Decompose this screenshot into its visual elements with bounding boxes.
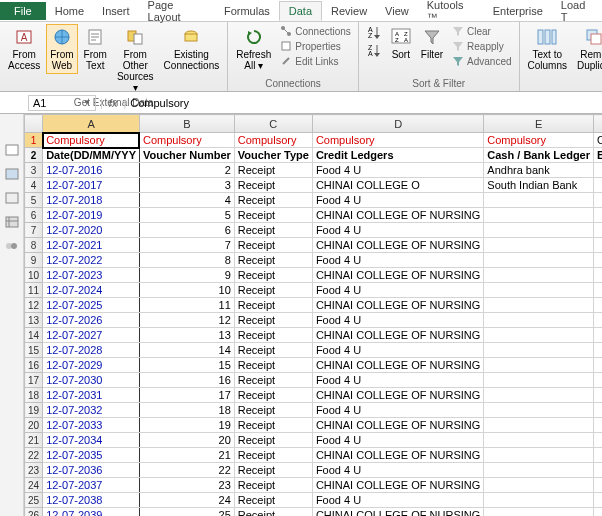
cell[interactable]: Food 4 U bbox=[312, 463, 483, 478]
cell[interactable] bbox=[484, 433, 594, 448]
cell[interactable]: CHINAI COLLEGE OF NURSING bbox=[312, 268, 483, 283]
row-header[interactable]: 20 bbox=[25, 418, 43, 433]
cell[interactable]: South Indian Bank bbox=[484, 178, 594, 193]
cell[interactable] bbox=[594, 388, 602, 403]
cell[interactable]: 12-07-2018 bbox=[43, 193, 140, 208]
cell[interactable]: CHINAI COLLEGE OF NURSING bbox=[312, 388, 483, 403]
cell[interactable] bbox=[594, 493, 602, 508]
cell[interactable]: Receipt bbox=[234, 193, 312, 208]
cell[interactable]: Compulsory bbox=[484, 133, 594, 148]
cell[interactable]: 12-07-2024 bbox=[43, 283, 140, 298]
row-header[interactable]: 18 bbox=[25, 388, 43, 403]
cell[interactable] bbox=[594, 448, 602, 463]
row-header[interactable]: 15 bbox=[25, 343, 43, 358]
cell[interactable]: Receipt bbox=[234, 493, 312, 508]
cell[interactable] bbox=[484, 268, 594, 283]
row-header[interactable]: 22 bbox=[25, 448, 43, 463]
row-header[interactable]: 1 bbox=[25, 133, 43, 148]
cell[interactable]: 19 bbox=[139, 418, 234, 433]
row-header[interactable]: 21 bbox=[25, 433, 43, 448]
cell[interactable]: Food 4 U bbox=[312, 403, 483, 418]
cell[interactable]: 12-07-2016 bbox=[43, 163, 140, 178]
cell[interactable]: 11 bbox=[139, 298, 234, 313]
cell[interactable] bbox=[484, 313, 594, 328]
cell[interactable]: 4 bbox=[139, 193, 234, 208]
cell[interactable]: 12-07-2026 bbox=[43, 313, 140, 328]
properties-button[interactable]: Properties bbox=[277, 39, 354, 53]
col-header-B[interactable]: B bbox=[139, 115, 234, 133]
cell[interactable]: 16 bbox=[139, 373, 234, 388]
cell[interactable]: 9 bbox=[139, 268, 234, 283]
name-box[interactable]: A1▼ bbox=[28, 95, 96, 111]
cell[interactable]: Receipt bbox=[234, 313, 312, 328]
row-header[interactable]: 24 bbox=[25, 478, 43, 493]
cell[interactable]: 23 bbox=[139, 478, 234, 493]
cell[interactable]: 7 bbox=[139, 238, 234, 253]
tab-formulas[interactable]: Formulas bbox=[215, 2, 279, 20]
tab-view[interactable]: View bbox=[376, 2, 418, 20]
edit-links-button[interactable]: Edit Links bbox=[277, 54, 354, 68]
row-header[interactable]: 11 bbox=[25, 283, 43, 298]
cell[interactable] bbox=[594, 328, 602, 343]
cell[interactable] bbox=[594, 193, 602, 208]
cell[interactable] bbox=[484, 358, 594, 373]
cell[interactable]: 12-07-2039 bbox=[43, 508, 140, 517]
cell[interactable]: 18 bbox=[139, 403, 234, 418]
sort-az-button[interactable]: AZ bbox=[363, 24, 385, 40]
existing-connections-button[interactable]: Existing Connections bbox=[160, 24, 224, 74]
cell[interactable]: Receipt bbox=[234, 298, 312, 313]
cell[interactable]: Receipt bbox=[234, 403, 312, 418]
row-header[interactable]: 10 bbox=[25, 268, 43, 283]
cell[interactable]: 12-07-2037 bbox=[43, 478, 140, 493]
connections-button[interactable]: Connections bbox=[277, 24, 354, 38]
cell[interactable]: CHINAI COLLEGE OF NURSING bbox=[312, 448, 483, 463]
cell[interactable]: 15 bbox=[139, 358, 234, 373]
cell[interactable]: 3 bbox=[139, 178, 234, 193]
cell[interactable] bbox=[594, 373, 602, 388]
cell[interactable] bbox=[484, 208, 594, 223]
cell[interactable]: Receipt bbox=[234, 223, 312, 238]
refresh-all-button[interactable]: Refresh All ▾ bbox=[232, 24, 275, 74]
cell[interactable] bbox=[594, 433, 602, 448]
row-header[interactable]: 12 bbox=[25, 298, 43, 313]
cell[interactable]: 12-07-2020 bbox=[43, 223, 140, 238]
cell[interactable]: Receipt bbox=[234, 478, 312, 493]
cell[interactable]: 12-07-2029 bbox=[43, 358, 140, 373]
col-header-F[interactable]: F bbox=[594, 115, 602, 133]
cell[interactable]: Food 4 U bbox=[312, 163, 483, 178]
cell[interactable]: Bill Name bbox=[594, 148, 602, 163]
tab-home[interactable]: Home bbox=[46, 2, 93, 20]
cell[interactable]: Compulsory bbox=[312, 133, 483, 148]
cell[interactable]: 12-07-2034 bbox=[43, 433, 140, 448]
cell[interactable] bbox=[484, 298, 594, 313]
row-header[interactable]: 7 bbox=[25, 223, 43, 238]
cell[interactable]: Receipt bbox=[234, 238, 312, 253]
cell[interactable]: 10 bbox=[139, 283, 234, 298]
cell[interactable]: 12-07-2017 bbox=[43, 178, 140, 193]
cell[interactable] bbox=[484, 328, 594, 343]
cell[interactable]: Receipt bbox=[234, 328, 312, 343]
row-header[interactable]: 25 bbox=[25, 493, 43, 508]
cell[interactable]: 14 bbox=[139, 343, 234, 358]
cell[interactable]: Optional bbox=[594, 133, 602, 148]
cell[interactable] bbox=[484, 193, 594, 208]
cell[interactable]: 12-07-2036 bbox=[43, 463, 140, 478]
cell[interactable] bbox=[484, 373, 594, 388]
cell[interactable] bbox=[484, 463, 594, 478]
cell[interactable]: Food 4 U bbox=[312, 313, 483, 328]
row-header[interactable]: 16 bbox=[25, 358, 43, 373]
cell[interactable]: 12-07-2031 bbox=[43, 388, 140, 403]
cell[interactable]: Receipt bbox=[234, 508, 312, 517]
col-header-C[interactable]: C bbox=[234, 115, 312, 133]
row-header[interactable]: 19 bbox=[25, 403, 43, 418]
cell[interactable] bbox=[484, 343, 594, 358]
cell[interactable] bbox=[594, 268, 602, 283]
cell[interactable]: 12-07-2033 bbox=[43, 418, 140, 433]
spreadsheet-grid[interactable]: ABCDEF1CompulsoryCompulsoryCompulsoryCom… bbox=[24, 114, 602, 516]
cell[interactable]: CHINAI COLLEGE OF NURSING bbox=[312, 358, 483, 373]
cell[interactable]: 24 bbox=[139, 493, 234, 508]
filter-button[interactable]: Filter bbox=[417, 24, 447, 63]
cell[interactable]: Food 4 U bbox=[312, 433, 483, 448]
from-text-button[interactable]: From Text bbox=[80, 24, 111, 74]
chevron-down-icon[interactable]: ▼ bbox=[83, 98, 91, 107]
